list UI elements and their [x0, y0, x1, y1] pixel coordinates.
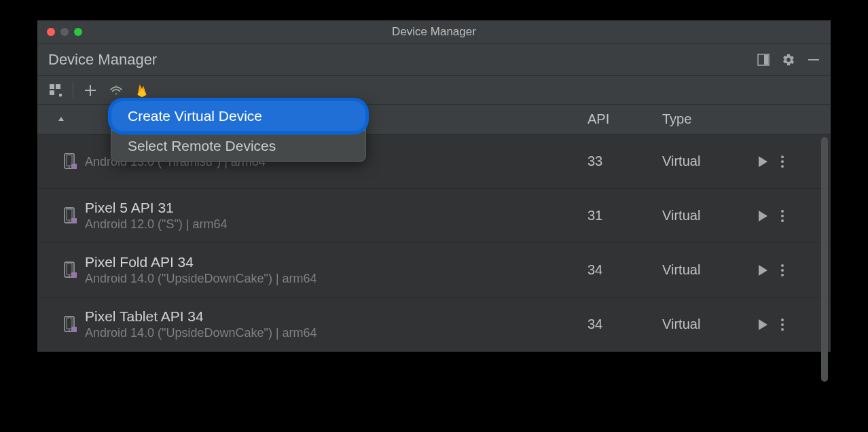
svg-point-38 — [781, 328, 784, 331]
svg-rect-12 — [67, 155, 72, 166]
grid-view-icon[interactable] — [44, 79, 67, 102]
minimize-panel-icon[interactable] — [808, 54, 820, 66]
device-phone-icon — [37, 153, 85, 170]
svg-rect-19 — [67, 209, 72, 220]
panel-title: Device Manager — [48, 51, 157, 69]
col-api[interactable]: API — [587, 111, 662, 127]
svg-rect-1 — [764, 55, 768, 65]
svg-point-27 — [69, 275, 70, 276]
dock-icon[interactable] — [757, 54, 770, 66]
svg-rect-3 — [50, 84, 54, 89]
svg-point-24 — [781, 219, 784, 222]
device-actions — [757, 318, 831, 331]
add-device-button[interactable] — [79, 79, 102, 102]
svg-point-36 — [781, 319, 784, 321]
svg-point-16 — [781, 160, 784, 163]
device-name: Pixel 5 API 31 — [85, 200, 587, 216]
scrollbar[interactable] — [821, 137, 828, 382]
table-row[interactable]: Pixel Fold API 34Android 14.0 ("UpsideDo… — [37, 243, 831, 298]
svg-rect-2 — [808, 59, 819, 60]
svg-rect-4 — [56, 84, 60, 89]
toolbar: Create Virtual Device Select Remote Devi… — [37, 76, 831, 105]
sort-indicator[interactable] — [37, 115, 85, 124]
svg-point-30 — [781, 269, 784, 272]
svg-rect-8 — [85, 90, 96, 91]
wifi-pair-icon[interactable] — [105, 79, 128, 102]
firebase-icon[interactable] — [130, 79, 153, 102]
device-name-cell: Pixel 5 API 31Android 12.0 ("S") | arm64 — [85, 200, 587, 232]
device-actions — [757, 264, 831, 277]
device-subtitle: Android 12.0 ("S") | arm64 — [85, 217, 587, 232]
device-actions — [757, 155, 831, 168]
svg-rect-10 — [115, 85, 117, 88]
svg-rect-26 — [67, 264, 72, 274]
device-type: Virtual — [662, 317, 757, 332]
device-subtitle: Android 14.0 ("UpsideDownCake") | arm64 — [85, 326, 587, 340]
svg-point-34 — [69, 329, 70, 331]
play-button[interactable] — [757, 210, 768, 222]
device-type: Virtual — [662, 208, 757, 223]
svg-point-20 — [69, 221, 70, 222]
svg-rect-33 — [67, 318, 72, 329]
svg-rect-28 — [71, 272, 77, 278]
table-row[interactable]: Pixel Tablet API 34Android 14.0 ("Upside… — [37, 298, 831, 352]
gear-icon[interactable] — [782, 53, 795, 67]
svg-point-15 — [781, 156, 784, 158]
toolbar-separator — [73, 82, 73, 99]
more-options-button[interactable] — [780, 155, 784, 168]
svg-point-13 — [69, 166, 70, 168]
svg-point-23 — [781, 215, 784, 217]
maximize-icon[interactable] — [74, 28, 82, 36]
window-title: Device Manager — [392, 25, 476, 39]
svg-rect-14 — [71, 164, 77, 169]
traffic-lights — [37, 28, 82, 36]
device-type: Virtual — [662, 262, 757, 278]
titlebar: Device Manager — [37, 20, 831, 43]
more-options-button[interactable] — [780, 318, 784, 331]
table-row[interactable]: Pixel 5 API 31Android 12.0 ("S") | arm64… — [37, 189, 831, 243]
more-options-button[interactable] — [780, 264, 784, 277]
device-name-cell: Pixel Tablet API 34Android 14.0 ("Upside… — [85, 308, 587, 340]
col-type[interactable]: Type — [662, 111, 757, 127]
window: Device Manager Device Manager — [37, 20, 831, 352]
menu-create-virtual-device[interactable]: Create Virtual Device — [111, 101, 365, 131]
menu-select-remote-devices[interactable]: Select Remote Devices — [111, 131, 365, 161]
device-name: Pixel Fold API 34 — [85, 254, 587, 270]
device-api: 31 — [587, 208, 662, 223]
svg-point-31 — [781, 274, 784, 276]
add-device-menu: Create Virtual Device Select Remote Devi… — [111, 101, 366, 162]
device-api: 34 — [587, 262, 662, 278]
device-phone-icon — [37, 262, 85, 279]
panel-header: Device Manager — [37, 43, 831, 76]
svg-rect-6 — [59, 94, 62, 96]
svg-point-22 — [781, 210, 784, 213]
device-subtitle: Android 14.0 ("UpsideDownCake") | arm64 — [85, 272, 587, 286]
minimize-icon[interactable] — [60, 28, 69, 36]
svg-point-37 — [781, 323, 784, 326]
svg-rect-5 — [50, 90, 54, 95]
close-icon[interactable] — [47, 28, 55, 36]
device-api: 34 — [587, 317, 662, 332]
svg-rect-21 — [71, 218, 77, 223]
device-name: Pixel Tablet API 34 — [85, 308, 587, 325]
svg-rect-35 — [71, 327, 77, 332]
device-type: Virtual — [662, 154, 757, 169]
device-name-cell: Pixel Fold API 34Android 14.0 ("UpsideDo… — [85, 254, 587, 286]
play-button[interactable] — [757, 264, 768, 276]
svg-point-29 — [781, 264, 784, 267]
play-button[interactable] — [757, 319, 768, 331]
device-phone-icon — [37, 207, 85, 225]
play-button[interactable] — [757, 156, 768, 168]
svg-point-17 — [781, 165, 784, 168]
svg-point-9 — [115, 92, 117, 94]
more-options-button[interactable] — [780, 209, 784, 223]
device-api: 33 — [587, 154, 662, 169]
device-phone-icon — [37, 316, 85, 334]
device-actions — [757, 209, 831, 223]
